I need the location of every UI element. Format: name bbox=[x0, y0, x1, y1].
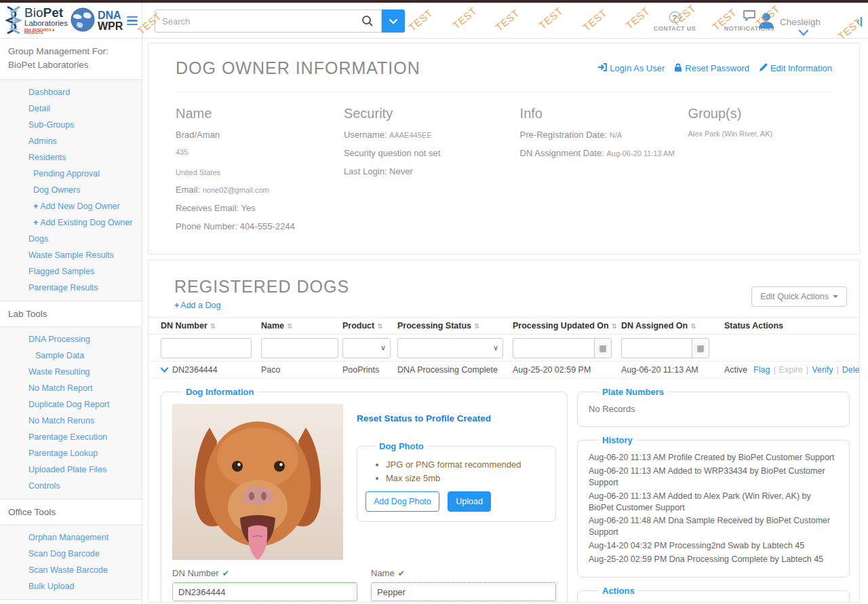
brand-text: BioPet Laboratories DNA RESEARCH & PRODU… bbox=[24, 6, 68, 35]
pencil-icon bbox=[759, 63, 768, 74]
sort-icon[interactable]: ⇅ bbox=[377, 322, 382, 330]
owner-name-column: Name Brad/Aman 435 United States Email: … bbox=[176, 106, 344, 240]
sidebar-item-dog-owners[interactable]: Dog Owners bbox=[0, 182, 142, 198]
sidebar-item-uploaded-plate-files[interactable]: Uploaded Plate Files bbox=[0, 461, 142, 478]
sidebar-item-parentage-execution[interactable]: Parentage Execution bbox=[0, 429, 142, 445]
edit-information-button[interactable]: Edit Information bbox=[759, 63, 832, 74]
logo[interactable]: BioPet Laboratories DNA RESEARCH & PRODU… bbox=[0, 3, 142, 39]
sidebar-item-pending-approval[interactable]: Pending Approval bbox=[0, 166, 142, 182]
dna-wpr-text: DNA WPR bbox=[98, 10, 123, 31]
owner-security-question: Security question not set bbox=[344, 148, 520, 158]
filter-processing-updated-input[interactable] bbox=[513, 338, 594, 358]
section-office-tools: Office Tools bbox=[0, 499, 142, 525]
filter-dn-assigned-input[interactable] bbox=[621, 338, 692, 358]
reset-password-button[interactable]: Reset Password bbox=[674, 63, 749, 74]
plate-numbers-panel: Plate Numbers No Records bbox=[577, 387, 850, 427]
calendar-icon[interactable]: ▦ bbox=[692, 338, 709, 358]
owner-info-column: Info Pre-Registration Date: N/A DN Assig… bbox=[520, 106, 688, 240]
sidebar-item-dogs[interactable]: Dogs bbox=[0, 231, 142, 247]
col-processing-status[interactable]: Processing Status⇅ bbox=[397, 321, 513, 331]
user-menu[interactable]: Chesleigh bbox=[757, 11, 821, 33]
verify-link[interactable]: Verify bbox=[812, 365, 833, 375]
sidebar-item-detail[interactable]: Detail bbox=[0, 100, 142, 117]
question-icon: ? bbox=[669, 12, 681, 23]
sidebar-item-waste-sample-results[interactable]: Waste Sample Results bbox=[0, 247, 142, 263]
reset-status-link[interactable]: Reset Status to Profile Created bbox=[357, 413, 491, 423]
table-filter-row: ∨ ∨ ▦ ▦ bbox=[149, 335, 859, 362]
login-as-user-button[interactable]: Login As User bbox=[597, 63, 665, 74]
sidebar-item-sample-data[interactable]: Sample Data bbox=[0, 347, 142, 364]
sidebar-item-parentage-results[interactable]: Parentage Results bbox=[0, 280, 142, 296]
col-dn-assigned-on[interactable]: DN Assigned On⇅ bbox=[621, 321, 724, 331]
filter-processing-status-select[interactable]: ∨ bbox=[397, 338, 503, 358]
menu-icon[interactable] bbox=[127, 16, 138, 26]
sidebar-item-waste-resulting[interactable]: Waste Resulting bbox=[0, 364, 142, 380]
sidebar-item-sub-groups[interactable]: Sub-Groups bbox=[0, 117, 142, 133]
sort-icon[interactable]: ⇅ bbox=[474, 322, 479, 330]
col-processing-updated-on[interactable]: Processing Updated On⇅ bbox=[513, 321, 621, 331]
lock-icon bbox=[674, 63, 682, 74]
add-a-dog-button[interactable]: +Add a Dog bbox=[174, 301, 220, 310]
dog-name-input[interactable] bbox=[371, 582, 556, 601]
sidebar-item-no-match-report[interactable]: No Match Report bbox=[0, 380, 142, 396]
contact-us[interactable]: ? CONTACT US bbox=[648, 8, 702, 32]
sort-icon[interactable]: ⇅ bbox=[287, 322, 292, 330]
col-product[interactable]: Product⇅ bbox=[342, 321, 397, 331]
dog-photo-panel: Dog Photo JPG or PNG format recommended … bbox=[357, 441, 556, 522]
history-entry: Aug-14-20 04:32 PM Processing2nd Swab by… bbox=[589, 540, 838, 552]
sidebar-item-dashboard[interactable]: Dashboard bbox=[0, 84, 142, 100]
filter-dn-number-input[interactable] bbox=[161, 338, 252, 358]
search-input[interactable] bbox=[155, 10, 382, 33]
plate-numbers-empty: No Records bbox=[589, 404, 838, 414]
table-row[interactable]: DN2364444 Paco PooPrints DNA Processing … bbox=[149, 362, 859, 379]
top-accent-bar bbox=[0, 0, 868, 3]
upload-button[interactable]: Upload bbox=[448, 491, 491, 512]
owner-name: Brad/Aman bbox=[176, 130, 344, 140]
history-entry: Aug-06-20 11:13 AM Profile Created by Bi… bbox=[589, 452, 838, 464]
history-entry: Aug-06-20 11:48 AM Dna Sample Received b… bbox=[589, 515, 838, 538]
sidebar-item-controls[interactable]: Controls bbox=[0, 478, 142, 494]
collapse-panel-icon[interactable]: ‹| bbox=[856, 15, 863, 26]
col-dn-number[interactable]: DN Number⇅ bbox=[161, 321, 261, 331]
history-panel: History Aug-06-20 11:13 AM Profile Creat… bbox=[577, 435, 850, 578]
sidebar-item-no-match-reruns[interactable]: No Match Reruns bbox=[0, 413, 142, 429]
history-entry: Aug-25-20 02:59 PM Dna Processing Comple… bbox=[589, 554, 838, 565]
row-product: PooPrints bbox=[342, 365, 397, 375]
delete-link[interactable]: Delete bbox=[842, 365, 860, 375]
search-options-button[interactable] bbox=[382, 10, 405, 33]
sidebar-item-admins[interactable]: Admins bbox=[0, 133, 142, 149]
calendar-icon[interactable]: ▦ bbox=[594, 338, 612, 358]
sidebar-item-duplicate-dog-report[interactable]: Duplicate Dog Report bbox=[0, 396, 142, 413]
sidebar-item-residents[interactable]: Residents bbox=[0, 149, 142, 166]
row-expand-chevron-icon[interactable] bbox=[161, 367, 168, 373]
sidebar-item-parentage-lookup[interactable]: Parentage Lookup bbox=[0, 445, 142, 461]
sort-icon[interactable]: ⇅ bbox=[210, 322, 216, 330]
sidebar-item-scan-waste-barcode[interactable]: Scan Waste Barcode bbox=[0, 562, 142, 578]
sort-icon[interactable]: ⇅ bbox=[690, 322, 696, 330]
search-bar bbox=[155, 10, 405, 33]
test-watermark: TEST bbox=[406, 7, 435, 33]
owner-receives-email: Receives Email: Yes bbox=[176, 203, 344, 213]
col-status-actions: Status Actions bbox=[724, 321, 852, 331]
sidebar-item-flagged-samples[interactable]: Flagged Samples bbox=[0, 263, 142, 280]
filter-product-select[interactable]: ∨ bbox=[342, 338, 391, 358]
sidebar-item-add-existing-dog-owner[interactable]: +Add Existing Dog Owner bbox=[0, 214, 142, 231]
sidebar-item-orphan-management[interactable]: Orphan Management bbox=[0, 529, 142, 546]
user-chevron-down-icon[interactable] bbox=[799, 27, 808, 38]
owner-dn-assignment-date: DN Assignment Date: Aug-06-20 11:13 AM bbox=[520, 148, 688, 158]
speech-bubble-icon bbox=[743, 10, 756, 23]
app-header: TEST TEST TEST TEST TEST TEST TEST TEST … bbox=[0, 3, 868, 39]
sidebar-item-add-new-dog-owner[interactable]: +Add New Dog Owner bbox=[0, 198, 142, 214]
add-dog-photo-button[interactable]: Add Dog Photo bbox=[366, 491, 439, 512]
sidebar-item-scan-dog-barcode[interactable]: Scan Dog Barcode bbox=[0, 546, 142, 562]
expire-link[interactable]: Expire bbox=[779, 365, 803, 375]
sidebar-item-bulk-upload[interactable]: Bulk Upload bbox=[0, 578, 142, 594]
sidebar-item-dna-processing[interactable]: DNA Processing bbox=[0, 331, 142, 347]
flag-link[interactable]: Flag bbox=[753, 365, 770, 375]
user-icon bbox=[757, 11, 776, 33]
dn-number-input[interactable] bbox=[172, 582, 357, 601]
edit-quick-actions-button[interactable]: Edit Quick Actions bbox=[751, 286, 847, 307]
filter-name-input[interactable] bbox=[261, 338, 338, 358]
sort-icon[interactable]: ⇅ bbox=[612, 322, 617, 330]
col-name[interactable]: Name⇅ bbox=[261, 321, 342, 331]
